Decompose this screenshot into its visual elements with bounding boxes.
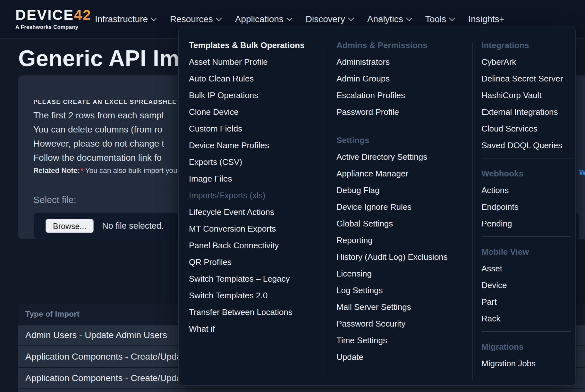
nav-item-applications[interactable]: Applications: [235, 14, 292, 24]
menu-item-password-profile[interactable]: Password Profile: [336, 104, 465, 120]
menu-item-asset-number-profile[interactable]: Asset Number Profile: [189, 54, 319, 70]
chevron-down-icon: [216, 15, 222, 21]
menu-item-history-audit-log-exclusions[interactable]: History (Audit Log) Exclusions: [336, 249, 465, 265]
nav-item-label: Resources: [170, 14, 213, 24]
nav-item-label: Analytics: [367, 14, 403, 24]
nav-item-label: Applications: [235, 14, 284, 24]
device42-logo[interactable]: DEVICE42 A Freshworks Company: [15, 8, 92, 30]
nav-item-discovery[interactable]: Discovery: [306, 14, 353, 24]
menu-section-header-migrations: Migrations: [481, 338, 571, 355]
instruction-line: The first 2 rows from each sampl: [33, 108, 164, 123]
chevron-down-icon: [406, 15, 412, 21]
menu-section-divider: [336, 125, 465, 125]
nav-item-label: Tools: [425, 14, 446, 24]
chevron-down-icon: [449, 15, 455, 21]
menu-item-hashicorp-vault[interactable]: HashiCorp Vault: [481, 87, 571, 104]
menu-item-device-ignore-rules[interactable]: Device Ignore Rules: [336, 199, 465, 215]
menu-item-reporting[interactable]: Reporting: [336, 232, 465, 249]
menu-item-what-if[interactable]: What if: [189, 320, 319, 337]
chevron-down-icon: [151, 15, 157, 21]
menu-column-1: Templates & Bulk OperationsAsset Number …: [189, 37, 319, 337]
nav-item-infrastructure[interactable]: Infrastructure: [95, 14, 156, 24]
menu-item-admin-groups[interactable]: Admin Groups: [336, 70, 465, 87]
menu-item-lifecycle-event-actions[interactable]: Lifecycle Event Actions: [189, 204, 319, 220]
menu-item-actions[interactable]: Actions: [481, 182, 571, 199]
related-note: Related Note:*You can also bulk import y…: [33, 166, 177, 175]
menu-item-update[interactable]: Update: [336, 349, 465, 365]
menu-item-password-security[interactable]: Password Security: [336, 315, 465, 332]
instruction-line: You can delete columns (from ro: [33, 123, 164, 137]
menu-section-header-webhooks: Webhooks: [481, 165, 571, 182]
menu-item-pending[interactable]: Pending: [481, 215, 571, 232]
row-label: Admin Users - Update Admin Users: [25, 330, 167, 340]
menu-item-auto-clean-rules[interactable]: Auto Clean Rules: [189, 70, 319, 87]
menu-item-log-settings[interactable]: Log Settings: [336, 282, 465, 299]
menu-item-saved-doql-queries[interactable]: Saved DOQL Queries: [481, 137, 571, 154]
menu-item-debug-flag[interactable]: Debug Flag: [336, 182, 465, 199]
mega-menu-panel: Templates & Bulk OperationsAsset Number …: [178, 26, 576, 386]
brand-42: 42: [74, 7, 92, 23]
page-title: Generic API Im: [18, 46, 179, 71]
menu-item-escalation-profiles[interactable]: Escalation Profiles: [336, 87, 465, 104]
menu-item-delinea-secret-server[interactable]: Delinea Secret Server: [481, 70, 571, 87]
nav-item-resources[interactable]: Resources: [170, 14, 221, 24]
menu-column-divider: [472, 42, 473, 380]
menu-item-qr-profiles[interactable]: QR Profiles: [189, 254, 319, 270]
menu-item-licensing[interactable]: Licensing: [336, 265, 465, 282]
menu-item-external-integrations[interactable]: External Integrations: [481, 104, 571, 120]
menu-item-device[interactable]: Device: [481, 277, 571, 294]
instruction-line: Follow the documentation link fo: [33, 151, 164, 165]
nav-item-tools[interactable]: Tools: [425, 14, 454, 24]
screen: Generic API Im PLEASE CREATE AN EXCEL SP…: [0, 0, 585, 392]
menu-item-appliance-manager[interactable]: Appliance Manager: [336, 165, 465, 182]
menu-item-administrators[interactable]: Administrators: [336, 54, 465, 70]
menu-section-divider: [481, 158, 571, 158]
chevron-down-icon: [286, 15, 292, 21]
related-note-label: Related Note:: [33, 166, 80, 175]
nav-item-label: Infrastructure: [95, 14, 148, 24]
nav-item-analytics[interactable]: Analytics: [367, 14, 411, 24]
menu-item-asset[interactable]: Asset: [481, 260, 571, 277]
nav-item-label: Discovery: [306, 14, 345, 24]
menu-column-3: IntegrationsCyberArkDelinea Secret Serve…: [481, 37, 571, 372]
brand-tagline: A Freshworks Company: [15, 24, 92, 30]
menu-item-image-files[interactable]: Image Files: [189, 170, 319, 187]
nav-item-insights[interactable]: Insights+: [468, 14, 504, 24]
menu-item-custom-fields[interactable]: Custom Fields: [189, 120, 319, 137]
doc-link-fragment[interactable]: w: [579, 167, 585, 177]
menu-section-divider: [481, 331, 571, 332]
menu-item-imports-exports-xls[interactable]: Imports/Exports (xls): [189, 187, 319, 204]
menu-section-header-integrations: Integrations: [481, 37, 571, 54]
no-file-selected-text: No file selected.: [102, 221, 164, 231]
menu-item-cloud-services[interactable]: Cloud Services: [481, 120, 571, 137]
brand-text: DEVICE42: [15, 8, 92, 22]
menu-item-mt-conversion-exports[interactable]: MT Conversion Exports: [189, 220, 319, 237]
menu-item-mail-server-settings[interactable]: Mail Server Settings: [336, 299, 465, 315]
import-type-row-partial[interactable]: [18, 388, 585, 392]
menu-section-divider: [481, 236, 571, 237]
menu-item-transfer-between-locations[interactable]: Transfer Between Locations: [189, 304, 319, 320]
menu-item-clone-device[interactable]: Clone Device: [189, 104, 319, 120]
menu-item-panel-back-connectivity[interactable]: Panel Back Connectivity: [189, 237, 319, 254]
required-asterisk-icon: *: [80, 166, 85, 175]
menu-item-switch-templates-2-0[interactable]: Switch Templates 2.0: [189, 287, 319, 304]
menu-item-part[interactable]: Part: [481, 294, 571, 310]
menu-item-exports-csv[interactable]: Exports (CSV): [189, 154, 319, 170]
menu-item-device-name-profiles[interactable]: Device Name Profiles: [189, 137, 319, 154]
menu-item-time-settings[interactable]: Time Settings: [336, 332, 465, 349]
browse-button[interactable]: Browse...: [46, 219, 94, 233]
menu-item-rack[interactable]: Rack: [481, 310, 571, 327]
menu-item-migration-jobs[interactable]: Migration Jobs: [481, 355, 571, 372]
menu-column-divider: [327, 42, 327, 380]
menu-item-cyberark[interactable]: CyberArk: [481, 54, 571, 70]
brand-device: DEVICE: [15, 7, 74, 23]
menu-section-header-admins-permissions: Admins & Permissions: [336, 37, 465, 54]
card-heading: PLEASE CREATE AN EXCEL SPREADSHEET: [33, 98, 181, 106]
menu-item-endpoints[interactable]: Endpoints: [481, 199, 571, 215]
menu-item-global-settings[interactable]: Global Settings: [336, 215, 465, 232]
chevron-down-icon: [348, 15, 354, 21]
menu-item-bulk-ip-operations[interactable]: Bulk IP Operations: [189, 87, 319, 104]
menu-item-active-directory-settings[interactable]: Active Directory Settings: [336, 149, 465, 165]
menu-item-switch-templates-legacy[interactable]: Switch Templates – Legacy: [189, 270, 319, 287]
related-note-text: You can also bulk import you: [85, 166, 177, 175]
